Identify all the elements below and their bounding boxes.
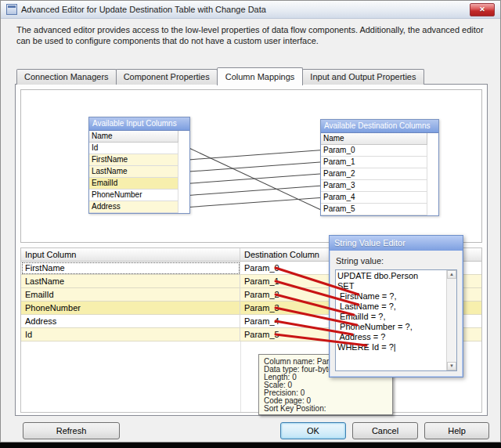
window-title: Advanced Editor for Update Destination T… xyxy=(21,5,266,14)
destination-column-item[interactable]: Param_3 xyxy=(321,180,427,192)
dialog-description: The advanced editor provides access to t… xyxy=(16,24,486,46)
editor-scrollbar[interactable]: ▲ ▼ xyxy=(446,270,456,370)
input-columns-box-titlebar[interactable]: Available Input Columns xyxy=(89,117,189,131)
tab-column-mappings[interactable]: Column Mappings xyxy=(217,67,304,85)
sql-line: WHERE Id = ?| xyxy=(337,342,445,352)
tooltip-line: Sort Key Position: xyxy=(264,405,387,413)
available-destination-columns-box: Available Destination Columns Name Param… xyxy=(320,119,439,216)
screen: Advanced Editor for Update Destination T… xyxy=(0,0,501,448)
tooltip-line: Code page: 0 xyxy=(264,397,387,405)
sql-line: FirstName = ?, xyxy=(337,291,445,302)
refresh-button[interactable]: Refresh xyxy=(23,422,120,439)
destination-column-item[interactable]: Param_4 xyxy=(321,192,427,204)
grid-cell-input[interactable]: FirstName xyxy=(21,262,240,275)
input-column-item[interactable]: LastName xyxy=(89,166,178,178)
grid-header-input-column[interactable]: Input Column xyxy=(21,248,240,262)
scroll-down-icon[interactable]: ▼ xyxy=(447,362,456,370)
scroll-up-icon[interactable]: ▲ xyxy=(447,270,456,279)
sql-line: LastName = ?, xyxy=(337,302,445,312)
string-value-editor-title: String Value Editor xyxy=(334,238,405,247)
sql-line: UPDATE dbo.Person xyxy=(337,271,445,281)
tab-input-output-properties[interactable]: Input and Output Properties xyxy=(302,69,424,85)
input-column-item[interactable]: EmailId xyxy=(89,178,178,190)
cancel-button[interactable]: Cancel xyxy=(352,422,418,439)
string-value-editor-window: String Value Editor String value: UPDATE… xyxy=(329,235,463,378)
destination-column-item[interactable]: Param_1 xyxy=(321,157,427,168)
tooltip-line: Precision: 0 xyxy=(264,389,387,397)
sql-line: Address = ? xyxy=(337,332,445,342)
sql-line: SET xyxy=(337,281,445,291)
grid-cell-input[interactable]: LastName xyxy=(21,275,240,288)
mapping-line xyxy=(189,197,320,207)
sql-line: EmailId = ?, xyxy=(337,312,445,322)
dialog-titlebar[interactable]: Advanced Editor for Update Destination T… xyxy=(1,1,500,19)
input-column-item[interactable]: Id xyxy=(89,143,178,154)
grid-cell-input[interactable]: Id xyxy=(21,328,240,341)
destination-column-item[interactable]: Param_2 xyxy=(321,168,427,180)
input-column-item[interactable]: PhoneNumber xyxy=(89,190,178,201)
tab-connection-managers[interactable]: Connection Managers xyxy=(16,69,117,85)
tab-component-properties[interactable]: Component Properties xyxy=(116,69,218,85)
sql-text: UPDATE dbo.Person SET FirstName = ?, Las… xyxy=(336,270,456,352)
destination-columns-name-header[interactable]: Name xyxy=(321,133,427,145)
help-button[interactable]: Help xyxy=(424,422,489,439)
string-value-editor-titlebar[interactable]: String Value Editor xyxy=(330,236,463,251)
tab-strip: Connection Managers Component Properties… xyxy=(16,67,424,85)
destination-column-item[interactable]: Param_0 xyxy=(321,145,427,157)
destination-columns-box-titlebar[interactable]: Available Destination Columns xyxy=(321,120,438,133)
mapping-line xyxy=(189,150,320,160)
mapping-line xyxy=(189,148,320,210)
close-icon: ✕ xyxy=(479,6,485,13)
mapping-canvas: Available Input Columns Name Id FirstNam… xyxy=(20,89,482,243)
string-value-textarea[interactable]: UPDATE dbo.Person SET FirstName = ?, Las… xyxy=(335,269,457,371)
available-input-columns-box: Available Input Columns Name Id FirstNam… xyxy=(88,117,190,214)
bottom-strip xyxy=(0,443,501,448)
close-button[interactable]: ✕ xyxy=(470,3,495,16)
mapping-line xyxy=(189,186,320,195)
tooltip-line: Scale: 0 xyxy=(264,381,387,389)
grid-cell-input[interactable]: Address xyxy=(21,315,240,328)
ok-button[interactable]: OK xyxy=(280,422,346,439)
string-value-label: String value: xyxy=(336,256,384,266)
dialog-icon xyxy=(6,4,17,15)
mapping-line xyxy=(189,162,320,172)
input-columns-name-header[interactable]: Name xyxy=(89,131,178,143)
destination-column-item[interactable]: Param_5 xyxy=(321,204,427,215)
sql-line: PhoneNumber = ?, xyxy=(337,322,445,332)
grid-cell-input[interactable]: PhoneNumber xyxy=(21,302,240,315)
input-column-item[interactable]: FirstName xyxy=(89,154,178,166)
input-column-item[interactable]: Address xyxy=(89,201,178,213)
grid-cell-input[interactable]: EmailId xyxy=(21,288,240,302)
